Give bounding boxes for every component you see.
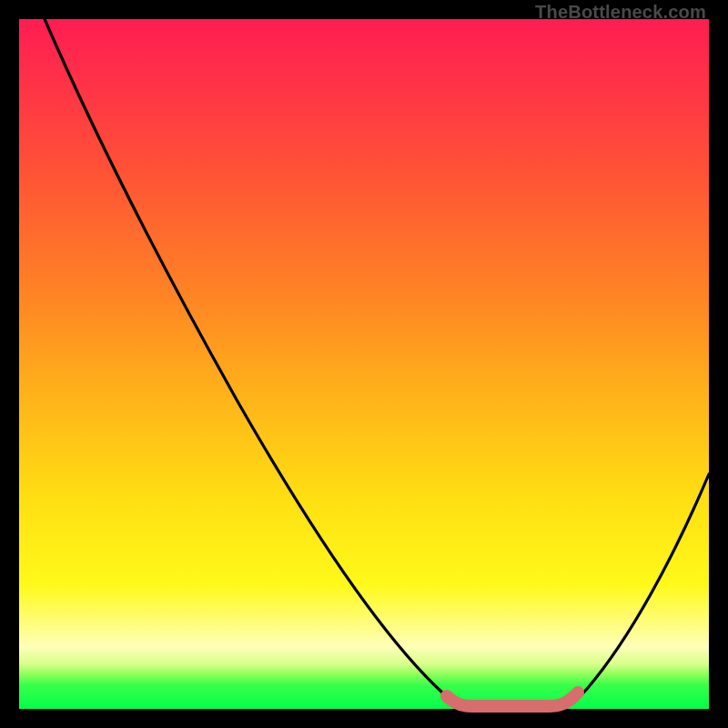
optimal-end-dot	[571, 686, 584, 699]
optimal-region-marker	[447, 696, 574, 706]
bottleneck-curve	[45, 19, 709, 707]
chart-frame: TheBottleneck.com	[0, 0, 728, 728]
chart-svg	[19, 19, 709, 709]
watermark-text: TheBottleneck.com	[535, 2, 706, 23]
